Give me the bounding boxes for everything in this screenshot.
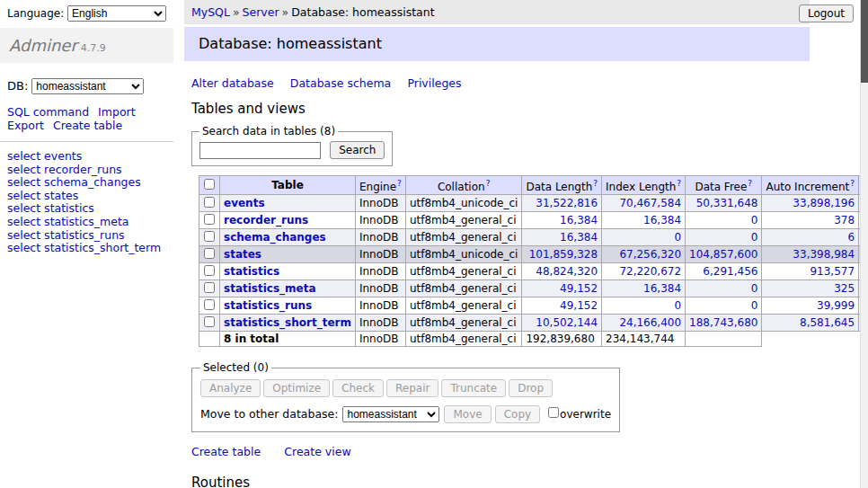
- collation-cell: utf8mb4_unicode_ci: [405, 246, 522, 263]
- auto-increment-link[interactable]: 325: [766, 282, 855, 295]
- row-checkbox[interactable]: [204, 231, 215, 242]
- auto-increment-link[interactable]: 39,999: [766, 299, 855, 312]
- row-checkbox[interactable]: [204, 265, 215, 276]
- index-length-link[interactable]: 16,384: [606, 214, 681, 226]
- data-free-link[interactable]: 0: [689, 299, 757, 312]
- auto-increment-link[interactable]: 8,581,645: [766, 316, 855, 329]
- alter-database-link[interactable]: Alter database: [191, 76, 274, 90]
- row-checkbox[interactable]: [204, 316, 215, 327]
- data-length-link[interactable]: 16,384: [526, 231, 598, 244]
- data-free-link[interactable]: 50,331,648: [689, 197, 757, 209]
- table-name-link[interactable]: statistics_meta: [224, 282, 316, 295]
- sidebar-table-link[interactable]: select statistics: [7, 202, 166, 215]
- auto-increment-link[interactable]: 33,898,196: [766, 197, 855, 209]
- data-length-link[interactable]: 10,502,144: [526, 316, 598, 329]
- row-checkbox[interactable]: [204, 282, 215, 293]
- table-name-link[interactable]: events: [224, 197, 265, 209]
- app-logo: Adminer: [9, 36, 77, 55]
- selected-legend: Selected (0): [200, 361, 271, 374]
- copy-button[interactable]: Copy: [495, 405, 540, 423]
- drop-button[interactable]: Drop: [509, 379, 553, 397]
- index-length-link[interactable]: 16,384: [606, 282, 681, 295]
- breadcrumb-server-link[interactable]: Server: [243, 5, 279, 19]
- language-select[interactable]: English: [67, 5, 166, 22]
- check-button[interactable]: Check: [332, 379, 384, 397]
- column-help-link[interactable]: ?: [593, 179, 598, 188]
- table-row: statistics_metaInnoDButf8mb4_general_ci4…: [199, 280, 868, 297]
- sidebar-table-link[interactable]: select statistics_meta: [7, 216, 166, 228]
- data-free-link[interactable]: 0: [689, 231, 757, 244]
- index-length-link[interactable]: 70,467,584: [606, 197, 681, 209]
- data-length-link[interactable]: 101,859,328: [526, 248, 598, 261]
- column-help-link[interactable]: ?: [850, 179, 855, 188]
- move-button[interactable]: Move: [444, 405, 491, 423]
- sidebar-table-link[interactable]: select statistics_short_term: [7, 242, 166, 254]
- table-name-link[interactable]: statistics_runs: [224, 299, 312, 312]
- privileges-link[interactable]: Privileges: [407, 76, 461, 90]
- sql-command-link[interactable]: SQL command: [7, 105, 89, 119]
- overwrite-label[interactable]: overwrite: [560, 408, 611, 421]
- data-length-link[interactable]: 16,384: [526, 214, 598, 226]
- breadcrumb-mysql-link[interactable]: MySQL: [191, 5, 230, 19]
- index-length-link[interactable]: 72,220,672: [606, 265, 681, 278]
- db-select[interactable]: homeassistant: [31, 78, 144, 94]
- column-help-link[interactable]: ?: [486, 179, 491, 188]
- create-table-link[interactable]: Create table: [191, 445, 261, 458]
- auto-increment-link[interactable]: 6: [766, 231, 855, 244]
- collation-cell: utf8mb4_general_ci: [405, 315, 522, 332]
- index-length-link[interactable]: 67,256,320: [606, 248, 681, 261]
- create-table-link-side[interactable]: Create table: [53, 119, 122, 132]
- select-all-checkbox[interactable]: [204, 179, 215, 190]
- sidebar-table-link[interactable]: select states: [7, 190, 166, 202]
- column-help-link[interactable]: ?: [397, 179, 402, 188]
- sidebar-table-link[interactable]: select statistics_runs: [7, 229, 166, 242]
- auto-increment-link[interactable]: 378: [766, 214, 855, 226]
- move-db-select[interactable]: homeassistant: [342, 406, 439, 422]
- data-free-link[interactable]: 0: [689, 282, 757, 295]
- truncate-button[interactable]: Truncate: [441, 379, 506, 397]
- optimize-button[interactable]: Optimize: [263, 379, 330, 397]
- data-free-link[interactable]: 188,743,680: [689, 316, 757, 329]
- row-checkbox[interactable]: [204, 248, 215, 259]
- data-length-link[interactable]: 49,152: [526, 282, 598, 295]
- row-checkbox[interactable]: [204, 214, 215, 225]
- repair-button[interactable]: Repair: [386, 379, 438, 397]
- table-name-link[interactable]: schema_changes: [224, 231, 326, 244]
- table-name-link[interactable]: statistics_short_term: [224, 316, 351, 329]
- database-schema-link[interactable]: Database schema: [290, 76, 391, 90]
- create-links: Create table Create view: [191, 445, 810, 458]
- row-checkbox[interactable]: [204, 197, 215, 208]
- data-free-link[interactable]: 104,857,600: [689, 248, 757, 261]
- data-length-link[interactable]: 48,824,320: [526, 265, 598, 278]
- data-free-link[interactable]: 0: [689, 214, 757, 226]
- scrollbar[interactable]: [860, 0, 868, 488]
- auto-increment-link[interactable]: 913,577: [766, 265, 855, 278]
- column-header-index-length: Index Length?: [602, 176, 686, 195]
- sidebar-table-link[interactable]: select events: [7, 150, 166, 163]
- engine-cell: InnoDB: [355, 315, 405, 332]
- overwrite-checkbox[interactable]: [548, 407, 559, 418]
- index-length-link[interactable]: 24,166,400: [606, 316, 681, 329]
- search-button[interactable]: Search: [330, 141, 385, 159]
- create-view-link[interactable]: Create view: [284, 445, 350, 458]
- analyze-button[interactable]: Analyze: [200, 379, 261, 397]
- row-checkbox[interactable]: [204, 299, 215, 310]
- logout-button[interactable]: Logout: [799, 4, 854, 22]
- auto-increment-link[interactable]: 33,398,984: [766, 248, 855, 261]
- sidebar-table-link[interactable]: select recorder_runs: [7, 164, 166, 176]
- export-link[interactable]: Export: [7, 119, 44, 132]
- column-help-link[interactable]: ?: [748, 179, 752, 188]
- column-help-link[interactable]: ?: [677, 179, 681, 188]
- index-length-link[interactable]: 0: [606, 231, 681, 244]
- index-length-link[interactable]: 0: [606, 299, 681, 312]
- sidebar-table-link[interactable]: select schema_changes: [7, 176, 166, 189]
- data-free-link[interactable]: 6,291,456: [689, 265, 757, 278]
- scrollbar-thumb[interactable]: [861, 0, 868, 83]
- table-name-link[interactable]: states: [224, 248, 261, 261]
- import-link[interactable]: Import: [98, 105, 136, 119]
- table-name-link[interactable]: statistics: [224, 265, 279, 278]
- data-length-link[interactable]: 49,152: [526, 299, 598, 312]
- search-input[interactable]: [199, 142, 321, 159]
- data-length-link[interactable]: 31,522,816: [526, 197, 598, 209]
- table-name-link[interactable]: recorder_runs: [224, 214, 308, 226]
